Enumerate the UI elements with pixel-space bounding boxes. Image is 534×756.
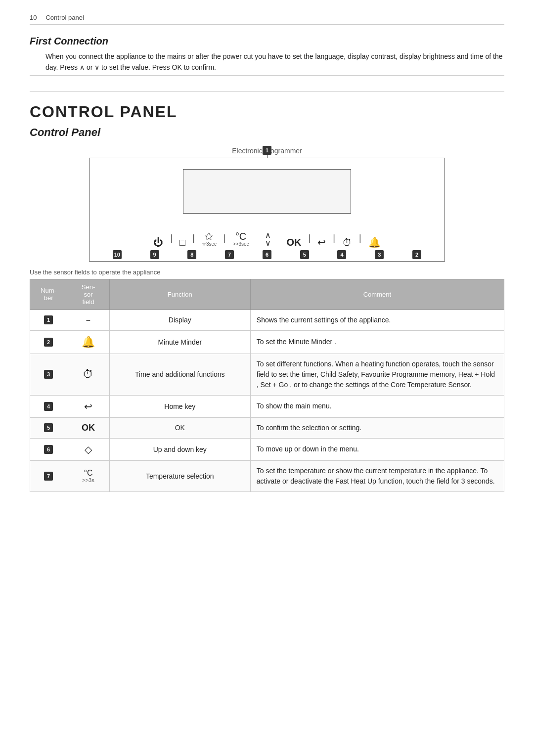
badge-10: 10: [113, 250, 122, 259]
row2-num: 2: [30, 330, 67, 354]
temp-ctrl: °C >>3sec: [228, 231, 254, 247]
table-row: 6 ◇ Up and down key To move up or down i…: [30, 438, 504, 460]
th-number: Num-ber: [30, 279, 67, 310]
down-arrow-icon: ∨: [265, 239, 271, 247]
diagram-container: Electronic programmer 1 ⏻ |: [30, 147, 504, 262]
row6-function: Up and down key: [109, 438, 250, 460]
sensor-note: Use the sensor fields to operate the app…: [30, 268, 504, 276]
divider1: |: [168, 233, 175, 243]
row4-function: Home key: [109, 395, 250, 417]
first-connection-section: First Connection When you connect the ap…: [30, 36, 504, 73]
temp-sub: >>3sec: [233, 241, 249, 247]
header-title: Control panel: [45, 14, 84, 21]
square-ctrl: □: [175, 237, 190, 247]
power-icon: ⏻: [153, 237, 163, 247]
bottom-numbers-row: 10 9 8 7 6 5 4 3 2: [89, 250, 445, 259]
control-table: Num-ber Sen-sorfield Function Comment 1 …: [30, 279, 504, 492]
first-connection-heading: First Connection: [30, 36, 504, 47]
table-row: 4 ↩ Home key To show the main menu.: [30, 395, 504, 417]
temp-icon: °C: [235, 231, 246, 241]
row3-function: Time and additional functions: [109, 354, 250, 395]
badge-2: 2: [412, 250, 421, 259]
ok-icon: OK: [287, 237, 302, 247]
divider5: |: [331, 233, 337, 243]
divider3: |: [222, 233, 228, 243]
row3-sensor: ⏱: [67, 354, 110, 395]
cp-sub-heading: Control Panel: [30, 126, 504, 139]
power-ctrl: ⏻: [148, 237, 168, 247]
divider4: |: [307, 233, 313, 243]
table-row: 1 – Display Shows the current settings o…: [30, 310, 504, 330]
page-number: 10: [30, 14, 37, 21]
row7-comment: To set the temperature or show the curre…: [250, 460, 504, 491]
row5-sensor: OK: [67, 417, 110, 438]
badge-1: 1: [263, 146, 271, 155]
return-icon: ↩: [317, 237, 326, 247]
badge-8: 8: [187, 250, 196, 259]
table-row: 3 ⏱ Time and additional functions To set…: [30, 354, 504, 395]
row6-sensor: ◇: [67, 438, 110, 460]
separator: [30, 75, 504, 76]
bell-ctrl: 🔔: [363, 237, 386, 247]
row2-comment: To set the Minute Minder .: [250, 330, 504, 354]
table-row: 2 🔔 Minute Minder To set the Minute Mind…: [30, 330, 504, 354]
row7-sensor: °C >>3s: [67, 460, 110, 491]
badge-4: 4: [337, 250, 346, 259]
row1-sensor: –: [67, 310, 110, 330]
table-body: 1 – Display Shows the current settings o…: [30, 310, 504, 491]
row4-num: 4: [30, 395, 67, 417]
row1-function: Display: [109, 310, 250, 330]
th-function: Function: [109, 279, 250, 310]
star-icon: ✩: [205, 231, 213, 241]
th-comment: Comment: [250, 279, 504, 310]
star-sub: ☆3sec: [202, 241, 217, 247]
temp-sub-label: >>3s: [73, 477, 103, 483]
row2-function: Minute Minder: [109, 330, 250, 354]
row2-sensor: 🔔: [67, 330, 110, 354]
row3-comment: To set different functions. When a heati…: [250, 354, 504, 395]
page-header: 10 Control panel: [30, 14, 504, 25]
table-row: 5 OK OK To confirm the selection or sett…: [30, 417, 504, 438]
row5-comment: To confirm the selection or setting.: [250, 417, 504, 438]
control-panel-main-heading: CONTROL PANEL Control Panel: [30, 91, 504, 139]
controls-row: ⏻ | □ | ✩ ☆3sec |: [89, 231, 445, 247]
bell-icon: 🔔: [368, 237, 381, 247]
row6-comment: To move up or down in the menu.: [250, 438, 504, 460]
badge-9: 9: [150, 250, 159, 259]
diagram-box: ⏻ | □ | ✩ ☆3sec |: [89, 158, 445, 262]
divider2: |: [190, 233, 197, 243]
row7-function: Temperature selection: [109, 460, 250, 491]
row3-num: 3: [30, 354, 67, 395]
timer-ctrl: ⏱: [337, 237, 357, 247]
badge-7: 7: [225, 250, 234, 259]
ok-ctrl: OK: [282, 237, 307, 247]
row5-function: OK: [109, 417, 250, 438]
square-icon: □: [179, 237, 185, 247]
return-ctrl: ↩: [312, 237, 331, 247]
row1-num: 1: [30, 310, 67, 330]
table-row: 7 °C >>3s Temperature selection To set t…: [30, 460, 504, 491]
row1-comment: Shows the current settings of the applia…: [250, 310, 504, 330]
badge-3: 3: [375, 250, 384, 259]
row4-comment: To show the main menu.: [250, 395, 504, 417]
badge-6: 6: [263, 250, 271, 259]
row4-sensor: ↩: [67, 395, 110, 417]
header-row: Num-ber Sen-sorfield Function Comment: [30, 279, 504, 310]
th-sensor: Sen-sorfield: [67, 279, 110, 310]
cp-heading: CONTROL PANEL: [30, 91, 504, 121]
row5-num: 5: [30, 417, 67, 438]
row6-num: 6: [30, 438, 67, 460]
up-arrow-icon: ∧: [265, 231, 271, 239]
timer-icon: ⏱: [342, 237, 352, 247]
badge-5: 5: [300, 250, 309, 259]
temp-symbol: °C: [73, 469, 103, 477]
updown-ctrl: ∧ ∨: [260, 231, 276, 247]
inner-display: [183, 169, 351, 214]
star-ctrl: ✩ ☆3sec: [197, 231, 222, 247]
divider6: |: [357, 233, 363, 243]
table-header: Num-ber Sen-sorfield Function Comment: [30, 279, 504, 310]
first-connection-body: When you connect the appliance to the ma…: [45, 51, 504, 73]
row7-num: 7: [30, 460, 67, 491]
